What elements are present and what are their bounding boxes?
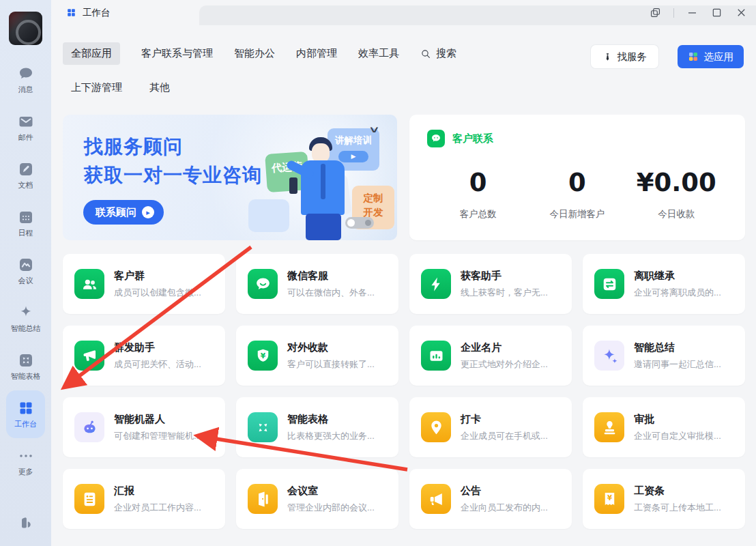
sidebar-item-meeting[interactable]: 会议 bbox=[6, 247, 45, 295]
customer-stats: 0 客户总数 0 今日新增客户 ¥0.00 今日收款 bbox=[428, 168, 726, 220]
sidebar-nav: 消息 邮件 文档 日程 会议 智能总结 智能表格 工作台 更多 bbox=[6, 56, 45, 486]
filter-tab-internal[interactable]: 内部管理 bbox=[288, 42, 345, 65]
app-desc: 比表格更强大的业务... bbox=[287, 430, 375, 442]
app-card-lead-assistant[interactable]: 获客助手 线上获客时，客户无... bbox=[409, 254, 572, 314]
app-card-smart-robot[interactable]: 智能机器人 可创建和管理智能机... bbox=[63, 397, 225, 457]
pin-icon bbox=[421, 412, 451, 442]
chat-service-icon bbox=[248, 269, 278, 299]
apps-grid-icon bbox=[688, 51, 699, 62]
docs-icon bbox=[18, 161, 34, 177]
search-button[interactable]: 搜索 bbox=[420, 47, 456, 60]
org-workbench-icon[interactable] bbox=[15, 512, 35, 532]
app-grid: 客户群 成员可以创建包含微... 微信客服 可以在微信内、外各... 获客助手 … bbox=[63, 254, 745, 529]
chevron-down-icon: ˅ bbox=[370, 124, 378, 136]
window-controls bbox=[649, 0, 748, 25]
app-card-check-in[interactable]: 打卡 企业成员可在手机或... bbox=[409, 397, 572, 457]
cta-label: 联系顾问 bbox=[96, 206, 136, 219]
sidebar-item-label: 智能总结 bbox=[11, 324, 41, 334]
toggle-icon bbox=[345, 217, 374, 229]
app-desc: 企业成员可在手机或... bbox=[461, 430, 548, 442]
app-desc: 更正式地对外介绍企... bbox=[461, 358, 548, 371]
maximize-icon[interactable] bbox=[710, 6, 723, 19]
app-title: 智能表格 bbox=[287, 413, 375, 426]
sidebar-item-mail[interactable]: 邮件 bbox=[6, 104, 45, 152]
app-card-wechat-service[interactable]: 微信客服 可以在微信内、外各... bbox=[236, 254, 398, 314]
app-title: 公告 bbox=[461, 485, 548, 498]
app-card-customer-group[interactable]: 客户群 成员可以创建包含微... bbox=[63, 254, 225, 314]
app-title: 审批 bbox=[634, 413, 721, 426]
customer-contact-card[interactable]: 客户联系 0 客户总数 0 今日新增客户 ¥0.00 今日收款 bbox=[409, 115, 745, 240]
app-title: 客户群 bbox=[114, 270, 201, 283]
robot-icon bbox=[74, 412, 104, 442]
transfer-icon bbox=[594, 269, 624, 299]
filter-tab-all[interactable]: 全部应用 bbox=[63, 42, 120, 65]
door-icon bbox=[248, 484, 278, 514]
app-title: 智能机器人 bbox=[114, 413, 201, 426]
app-desc: 邀请同事一起汇总信... bbox=[634, 358, 721, 371]
app-desc: 客户可以直接转账了... bbox=[287, 358, 375, 371]
app-card-payslip[interactable]: ¥ 工资条 工资条可上传本地工... bbox=[583, 469, 745, 529]
app-card-external-payment[interactable]: ¥ 对外收款 客户可以直接转账了... bbox=[236, 326, 398, 386]
app-card-smart-summary[interactable]: 智能总结 邀请同事一起汇总信... bbox=[583, 326, 745, 386]
close-icon[interactable] bbox=[735, 6, 748, 19]
find-service-button[interactable]: 找服务 bbox=[591, 45, 659, 68]
app-card-meeting-room[interactable]: 会议室 管理企业内部的会议... bbox=[236, 469, 398, 529]
app-desc: 成员可以创建包含微... bbox=[114, 287, 201, 299]
user-avatar[interactable] bbox=[9, 12, 42, 45]
filter-tab-efficiency[interactable]: 效率工具 bbox=[350, 42, 407, 65]
app-desc: 可创建和管理智能机... bbox=[114, 430, 201, 442]
controls-divider bbox=[673, 8, 674, 18]
svg-text:¥: ¥ bbox=[260, 351, 265, 360]
app-card-smart-table[interactable]: 智能表格 比表格更强大的业务... bbox=[236, 397, 398, 457]
app-title: 获客助手 bbox=[461, 270, 548, 283]
sidebar-item-more[interactable]: 更多 bbox=[6, 438, 45, 486]
arrow-circle-icon: ▸ bbox=[142, 206, 154, 218]
filter-tab-customer[interactable]: 客户联系与管理 bbox=[133, 42, 221, 65]
app-title: 对外收款 bbox=[287, 341, 375, 354]
filter-tab-other[interactable]: 其他 bbox=[149, 81, 170, 94]
sidebar-item-schedule[interactable]: 日程 bbox=[6, 199, 45, 247]
sidebar-item-workbench[interactable]: 工作台 bbox=[6, 390, 45, 438]
sidebar-item-smart-summary[interactable]: 智能总结 bbox=[6, 295, 45, 343]
app-title: 汇报 bbox=[114, 485, 201, 498]
sidebar-item-docs[interactable]: 文档 bbox=[6, 152, 45, 199]
more-dots-icon bbox=[18, 448, 34, 464]
app-desc: 成员可把关怀、活动... bbox=[114, 358, 201, 371]
app-title: 微信客服 bbox=[287, 270, 375, 283]
app-card-announcement[interactable]: 公告 企业向员工发布的内... bbox=[409, 469, 572, 529]
announce-icon bbox=[421, 484, 451, 514]
app-card-approval[interactable]: 审批 企业可自定义审批模... bbox=[583, 397, 745, 457]
filter-tab-smart-office[interactable]: 智能办公 bbox=[226, 42, 283, 65]
mail-icon bbox=[18, 113, 34, 130]
sidebar: 消息 邮件 文档 日程 会议 智能总结 智能表格 工作台 更多 bbox=[0, 0, 51, 546]
stamp-icon bbox=[594, 412, 624, 442]
stat-total-customers: 0 客户总数 bbox=[428, 168, 527, 220]
tab-workbench[interactable]: 工作台 bbox=[51, 0, 199, 25]
contact-consultant-button[interactable]: 联系顾问 ▸ bbox=[83, 200, 164, 225]
tie-icon bbox=[602, 52, 613, 62]
sidebar-item-messages[interactable]: 消息 bbox=[6, 56, 45, 104]
app-title: 离职继承 bbox=[634, 270, 721, 283]
app-desc: 线上获客时，客户无... bbox=[461, 287, 548, 299]
app-card-biz-card[interactable]: 企业名片 更正式地对外介绍企... bbox=[409, 326, 572, 386]
popout-icon[interactable] bbox=[649, 6, 662, 19]
sidebar-item-smart-table[interactable]: 智能表格 bbox=[6, 343, 45, 390]
choose-app-button[interactable]: 选应用 bbox=[678, 45, 744, 68]
app-title: 打卡 bbox=[461, 413, 548, 426]
app-title: 智能总结 bbox=[634, 341, 721, 354]
filter-tab-upstream[interactable]: 上下游管理 bbox=[71, 81, 122, 94]
find-service-label: 找服务 bbox=[617, 51, 648, 63]
app-card-group-send[interactable]: 群发助手 成员可把关怀、活动... bbox=[63, 326, 225, 386]
sidebar-item-label: 工作台 bbox=[14, 419, 37, 429]
app-card-report[interactable]: 汇报 企业对员工工作内容... bbox=[63, 469, 225, 529]
sidebar-item-label: 文档 bbox=[18, 180, 33, 190]
app-title: 群发助手 bbox=[114, 341, 201, 354]
message-icon bbox=[18, 66, 34, 82]
minimize-icon[interactable] bbox=[686, 6, 699, 19]
grid-icon bbox=[66, 8, 76, 18]
calendar-icon bbox=[18, 209, 34, 225]
app-card-resign-inherit[interactable]: 离职继承 企业可将离职成员的... bbox=[583, 254, 745, 314]
app-title: 会议室 bbox=[287, 485, 375, 498]
app-desc: 管理企业内部的会议... bbox=[287, 502, 375, 514]
table-x-icon bbox=[248, 412, 278, 442]
